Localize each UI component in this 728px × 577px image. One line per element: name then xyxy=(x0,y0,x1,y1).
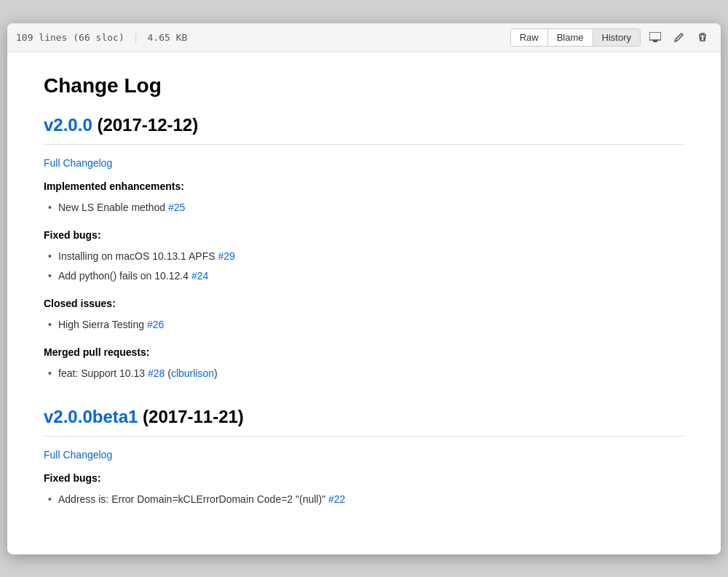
edit-icon xyxy=(674,32,684,42)
close-paren: ) xyxy=(214,367,218,379)
blame-button[interactable]: Blame xyxy=(548,29,593,46)
section-label-v200-1: Fixed bugs: xyxy=(44,229,684,241)
version-section-v200: v2.0.0 (2017-12-12)Full ChangelogImpleme… xyxy=(44,115,684,383)
item-link[interactable]: #28 xyxy=(148,367,165,379)
item-link[interactable]: #25 xyxy=(168,202,185,213)
display-icon xyxy=(649,32,661,42)
full-changelog-link-v200[interactable]: Full Changelog xyxy=(44,157,112,169)
page-title: Change Log xyxy=(44,74,684,98)
author-link[interactable]: clburlison xyxy=(171,367,214,379)
list-item: High Sierra Testing #26 xyxy=(44,315,684,335)
section-label-v200beta1-0: Fixed bugs: xyxy=(44,472,684,484)
item-text: Address is: Error Domain=kCLErrorDomain … xyxy=(58,493,328,505)
svg-rect-1 xyxy=(653,41,657,42)
version-link-v200[interactable]: v2.0.0 xyxy=(44,115,92,135)
history-button[interactable]: History xyxy=(593,29,640,46)
section-label-v200-2: Closed issues: xyxy=(44,298,684,309)
item-link[interactable]: #22 xyxy=(328,493,345,505)
version-link-v200beta1[interactable]: v2.0.0beta1 xyxy=(44,407,138,426)
toolbar: 109 lines (66 sloc) | 4.65 KB Raw Blame … xyxy=(7,23,721,52)
item-link[interactable]: #26 xyxy=(147,319,164,330)
content-area: Change Log v2.0.0 (2017-12-12)Full Chang… xyxy=(7,52,721,554)
full-changelog-link-v200beta1[interactable]: Full Changelog xyxy=(44,449,112,461)
item-text: feat: Support 10.13 xyxy=(58,367,148,379)
section-label-v200-3: Merged pull requests: xyxy=(44,346,684,358)
item-link[interactable]: #24 xyxy=(191,270,208,282)
trash-icon xyxy=(697,32,708,42)
change-list-v200-2: High Sierra Testing #26 xyxy=(44,315,684,335)
list-item: feat: Support 10.13 #28 (clburlison) xyxy=(44,364,684,383)
versions-container: v2.0.0 (2017-12-12)Full ChangelogImpleme… xyxy=(44,115,684,509)
svg-rect-0 xyxy=(649,32,661,40)
item-text: Installing on macOS 10.13.1 APFS xyxy=(58,250,218,262)
version-section-v200beta1: v2.0.0beta1 (2017-11-21)Full ChangelogFi… xyxy=(44,407,684,509)
info-divider: | xyxy=(133,32,139,43)
svg-rect-2 xyxy=(652,40,658,41)
delete-icon-button[interactable] xyxy=(693,29,712,45)
item-link[interactable]: #29 xyxy=(218,250,234,262)
list-item: New LS Enable method #25 xyxy=(44,198,684,218)
section-label-v200-0: Implemented enhancements: xyxy=(44,180,684,192)
list-item: Add python() fails on 10.12.4 #24 xyxy=(44,266,684,286)
change-list-v200-0: New LS Enable method #25 xyxy=(44,198,684,218)
item-text: Add python() fails on 10.12.4 xyxy=(58,270,191,282)
view-buttons: Raw Blame History xyxy=(510,28,641,47)
toolbar-actions: Raw Blame History xyxy=(510,28,712,47)
edit-icon-button[interactable] xyxy=(670,29,689,45)
item-text: New LS Enable method xyxy=(58,202,168,213)
change-list-v200-3: feat: Support 10.13 #28 (clburlison) xyxy=(44,364,684,383)
change-list-v200beta1-0: Address is: Error Domain=kCLErrorDomain … xyxy=(44,490,684,509)
display-icon-button[interactable] xyxy=(645,29,665,45)
raw-button[interactable]: Raw xyxy=(511,29,548,46)
file-size: 4.65 KB xyxy=(148,32,188,43)
list-item: Installing on macOS 10.13.1 APFS #29 xyxy=(44,247,684,266)
main-window: 109 lines (66 sloc) | 4.65 KB Raw Blame … xyxy=(7,23,721,554)
version-heading-v200beta1: v2.0.0beta1 (2017-11-21) xyxy=(44,407,684,437)
version-heading-v200: v2.0.0 (2017-12-12) xyxy=(44,115,684,145)
line-count: 109 lines (66 sloc) xyxy=(16,32,124,43)
change-list-v200-1: Installing on macOS 10.13.1 APFS #29Add … xyxy=(44,247,684,286)
list-item: Address is: Error Domain=kCLErrorDomain … xyxy=(44,490,684,509)
file-info: 109 lines (66 sloc) | 4.65 KB xyxy=(16,32,187,43)
item-text: High Sierra Testing xyxy=(58,319,147,330)
